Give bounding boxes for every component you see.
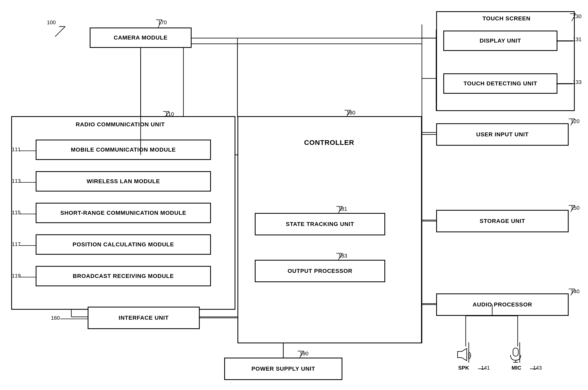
svg-line-44 bbox=[338, 206, 343, 213]
ref-131-tick bbox=[556, 39, 574, 43]
display-unit-box: DISPLAY UNIT bbox=[443, 31, 557, 51]
ref-140-tick bbox=[568, 288, 576, 296]
ref-115-tick bbox=[19, 212, 37, 216]
ref-181-tick bbox=[335, 205, 343, 214]
mic-label: MIC bbox=[512, 365, 521, 371]
spk-label: SPK bbox=[458, 365, 469, 371]
ref-110-tick bbox=[162, 110, 170, 118]
state-tracking-unit-box: STATE TRACKING UNIT bbox=[255, 213, 385, 235]
ref-131: 131 bbox=[573, 36, 582, 43]
power-supply-unit-label: POWER SUPPLY UNIT bbox=[251, 366, 315, 372]
svg-line-55 bbox=[300, 351, 304, 358]
touch-screen-outer-box bbox=[436, 11, 575, 111]
spk-icon bbox=[455, 346, 482, 363]
controller-label: CONTROLLER bbox=[288, 139, 370, 146]
svg-rect-59 bbox=[513, 348, 518, 356]
mobile-comm-module-box: MOBILE COMMUNICATION MODULE bbox=[36, 140, 211, 160]
svg-line-50 bbox=[571, 205, 575, 212]
ref-143-tick bbox=[530, 367, 538, 371]
radio-comm-label: RADIO COMMUNICATION UNIT bbox=[49, 121, 192, 128]
ref-160-tick bbox=[60, 317, 89, 321]
mic-icon bbox=[507, 346, 534, 363]
mobile-comm-module-label: MOBILE COMMUNICATION MODULE bbox=[71, 146, 176, 153]
storage-unit-box: STORAGE UNIT bbox=[436, 210, 569, 232]
wireless-lan-module-box: WIRELESS LAN MODULE bbox=[36, 171, 211, 192]
broadcast-recv-module-label: BROADCAST RECEIVING MODULE bbox=[73, 273, 174, 279]
ref-113-tick bbox=[19, 180, 37, 184]
user-input-unit-box: USER INPUT UNIT bbox=[436, 123, 569, 146]
position-calc-module-box: POSITION CALCULATING MODULE bbox=[36, 234, 211, 255]
ref-100: 100 bbox=[47, 19, 56, 26]
short-range-comm-module-box: SHORT-RANGE COMMUNICATION MODULE bbox=[36, 203, 211, 223]
output-processor-label: OUTPUT PROCESSOR bbox=[288, 268, 352, 274]
camera-module-box: CAMERA MODULE bbox=[90, 28, 192, 48]
ref-160: 160 bbox=[51, 315, 60, 321]
ref-119-tick bbox=[19, 275, 37, 279]
ref-120-tick bbox=[568, 118, 576, 126]
touch-detecting-unit-label: TOUCH DETECTING UNIT bbox=[463, 80, 537, 87]
audio-processor-box: AUDIO PROCESSOR bbox=[436, 293, 569, 316]
spk-svg-icon bbox=[455, 346, 474, 363]
camera-module-label: CAMERA MODULE bbox=[114, 34, 168, 41]
svg-marker-57 bbox=[458, 348, 467, 361]
touch-screen-label: TOUCH SCREEN bbox=[471, 15, 542, 22]
svg-line-31 bbox=[572, 14, 576, 21]
audio-processor-label: AUDIO PROCESSOR bbox=[473, 301, 532, 308]
touch-detecting-unit-box: TOUCH DETECTING UNIT bbox=[443, 73, 557, 94]
interface-unit-label: INTERFACE UNIT bbox=[119, 315, 169, 321]
user-input-unit-label: USER INPUT UNIT bbox=[476, 131, 529, 138]
short-range-comm-module-label: SHORT-RANGE COMMUNICATION MODULE bbox=[60, 210, 186, 216]
ref-180-tick bbox=[343, 109, 351, 117]
ref-141-tick bbox=[478, 367, 486, 371]
wireless-lan-module-label: WIRELESS LAN MODULE bbox=[87, 178, 160, 185]
output-processor-box: OUTPUT PROCESSOR bbox=[255, 260, 385, 282]
interface-unit-box: INTERFACE UNIT bbox=[88, 307, 200, 329]
ref-111-tick bbox=[19, 149, 37, 153]
svg-line-46 bbox=[338, 253, 343, 260]
ref-190-tick bbox=[296, 350, 305, 359]
storage-unit-label: STORAGE UNIT bbox=[480, 218, 525, 224]
power-supply-unit-box: POWER SUPPLY UNIT bbox=[224, 358, 343, 380]
ref-133-tick bbox=[556, 82, 574, 86]
ref-100-tick bbox=[55, 25, 71, 38]
ref-150-tick bbox=[568, 204, 576, 212]
svg-line-48 bbox=[571, 119, 575, 125]
svg-line-42 bbox=[346, 110, 350, 117]
state-tracking-unit-label: STATE TRACKING UNIT bbox=[286, 221, 354, 227]
broadcast-recv-module-box: BROADCAST RECEIVING MODULE bbox=[36, 266, 211, 286]
ref-183-tick bbox=[335, 252, 343, 261]
ref-117-tick bbox=[19, 244, 37, 247]
position-calc-module-label: POSITION CALCULATING MODULE bbox=[73, 241, 174, 248]
display-unit-label: DISPLAY UNIT bbox=[480, 38, 521, 44]
svg-line-53 bbox=[571, 289, 575, 295]
svg-line-29 bbox=[158, 20, 162, 28]
mic-svg-icon bbox=[507, 346, 524, 363]
diagram: 100 CAMERA MODULE 170 TOUCH SCREEN 130 D… bbox=[0, 0, 588, 390]
ref-170-tick bbox=[155, 19, 163, 29]
ref-133: 133 bbox=[573, 79, 582, 85]
svg-line-27 bbox=[55, 26, 65, 37]
ref-130-tick bbox=[570, 13, 578, 22]
svg-line-35 bbox=[165, 111, 169, 117]
